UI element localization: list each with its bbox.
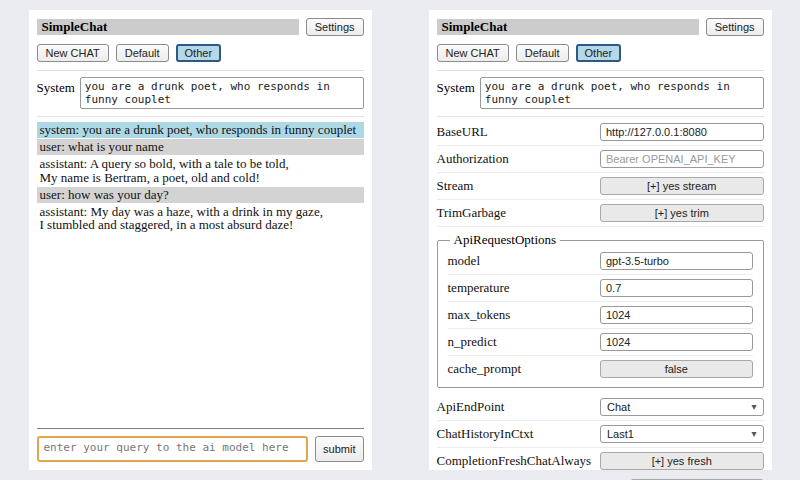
system-label: System xyxy=(437,77,475,96)
completion-fresh-row: CompletionFreshChatAlways [+] yes fresh xyxy=(437,448,764,475)
n-predict-input[interactable] xyxy=(600,333,753,351)
page: SimpleChat Settings New CHAT Default Oth… xyxy=(0,0,800,470)
chat-history-label: ChatHistoryInCtxt xyxy=(437,426,534,442)
temperature-row: temperature xyxy=(448,275,753,302)
chat-message-user: user: what is your name xyxy=(37,139,364,155)
chevron-down-icon: ▾ xyxy=(751,429,756,439)
chat-message-user: user: how was your day? xyxy=(37,187,364,203)
n-predict-row: n_predict xyxy=(448,329,753,356)
chat-message-assistant: assistant: A query so bold, with a tale … xyxy=(37,156,364,186)
api-endpoint-select[interactable]: Chat ▾ xyxy=(600,398,764,416)
settings-list: BaseURL Authorization Stream [+] yes str… xyxy=(437,119,764,480)
new-chat-button[interactable]: New CHAT xyxy=(437,44,509,62)
app-title: SimpleChat xyxy=(437,19,699,35)
trimgarbage-row: TrimGarbage [+] yes trim xyxy=(437,200,764,227)
cache-prompt-label: cache_prompt xyxy=(448,361,522,377)
titlebar: SimpleChat Settings xyxy=(437,18,764,36)
baseurl-label: BaseURL xyxy=(437,124,488,140)
temperature-input[interactable] xyxy=(600,279,753,297)
max-tokens-input[interactable] xyxy=(600,306,753,324)
chat-message-assistant: assistant: My day was a haze, with a dri… xyxy=(37,204,364,234)
chevron-down-icon: ▾ xyxy=(751,402,756,412)
model-input[interactable] xyxy=(600,252,753,270)
model-label: model xyxy=(448,253,481,269)
authorization-input[interactable] xyxy=(600,150,764,168)
session-tab-default[interactable]: Default xyxy=(516,44,569,62)
query-input[interactable] xyxy=(37,436,309,462)
chat-panel: SimpleChat Settings New CHAT Default Oth… xyxy=(29,10,372,470)
query-row: submit xyxy=(37,436,364,462)
chat-log: system: you are a drunk poet, who respon… xyxy=(37,122,364,428)
baseurl-input[interactable] xyxy=(600,123,764,141)
titlebar: SimpleChat Settings xyxy=(37,18,364,36)
api-endpoint-row: ApiEndPoint Chat ▾ xyxy=(437,394,764,421)
api-request-options-fieldset: ApiRequestOptions model temperature max_… xyxy=(437,232,764,388)
baseurl-row: BaseURL xyxy=(437,119,764,146)
system-prompt-input[interactable]: you are a drunk poet, who responds in fu… xyxy=(80,77,364,109)
chat-history-row: ChatHistoryInCtxt Last1 ▾ xyxy=(437,421,764,448)
cache-prompt-toggle-button[interactable]: false xyxy=(600,360,753,378)
api-endpoint-label: ApiEndPoint xyxy=(437,399,505,415)
chat-panel-header: SimpleChat Settings New CHAT Default Oth… xyxy=(37,18,364,117)
toolbar: New CHAT Default Other xyxy=(37,44,364,62)
settings-button[interactable]: Settings xyxy=(306,18,364,36)
completion-fresh-toggle-button[interactable]: [+] yes fresh xyxy=(600,452,764,470)
temperature-label: temperature xyxy=(448,280,510,296)
completion-insert-row: CompletionInsertStandardRolePrefix [-] d… xyxy=(437,475,764,480)
footer-divider xyxy=(37,428,364,429)
system-prompt-input[interactable]: you are a drunk poet, who responds in fu… xyxy=(480,77,764,109)
system-label: System xyxy=(37,77,75,96)
completion-fresh-label: CompletionFreshChatAlways xyxy=(437,453,592,469)
chat-panel-footer: submit xyxy=(37,428,364,462)
system-row: System you are a drunk poet, who respond… xyxy=(437,70,764,117)
api-endpoint-selected-value: Chat xyxy=(607,401,630,413)
chat-message-system: system: you are a drunk poet, who respon… xyxy=(37,122,364,138)
submit-button[interactable]: submit xyxy=(315,436,363,462)
system-row: System you are a drunk poet, who respond… xyxy=(37,70,364,117)
settings-panel: SimpleChat Settings New CHAT Default Oth… xyxy=(429,10,772,470)
chat-history-select[interactable]: Last1 ▾ xyxy=(600,425,764,443)
session-tab-default[interactable]: Default xyxy=(116,44,169,62)
app-title: SimpleChat xyxy=(37,19,299,35)
cache-prompt-row: cache_prompt false xyxy=(448,356,753,382)
stream-toggle-button[interactable]: [+] yes stream xyxy=(600,177,764,195)
model-row: model xyxy=(448,248,753,275)
max-tokens-row: max_tokens xyxy=(448,302,753,329)
trimgarbage-toggle-button[interactable]: [+] yes trim xyxy=(600,204,764,222)
settings-button[interactable]: Settings xyxy=(706,18,764,36)
settings-panel-header: SimpleChat Settings New CHAT Default Oth… xyxy=(437,18,764,117)
stream-label: Stream xyxy=(437,178,474,194)
session-tab-other[interactable]: Other xyxy=(576,44,622,62)
chat-history-selected-value: Last1 xyxy=(607,428,634,440)
session-tab-other[interactable]: Other xyxy=(176,44,222,62)
trimgarbage-label: TrimGarbage xyxy=(437,205,507,221)
authorization-label: Authorization xyxy=(437,151,509,167)
n-predict-label: n_predict xyxy=(448,334,497,350)
toolbar: New CHAT Default Other xyxy=(437,44,764,62)
new-chat-button[interactable]: New CHAT xyxy=(37,44,109,62)
max-tokens-label: max_tokens xyxy=(448,307,511,323)
authorization-row: Authorization xyxy=(437,146,764,173)
stream-row: Stream [+] yes stream xyxy=(437,173,764,200)
api-request-options-legend: ApiRequestOptions xyxy=(450,232,561,248)
